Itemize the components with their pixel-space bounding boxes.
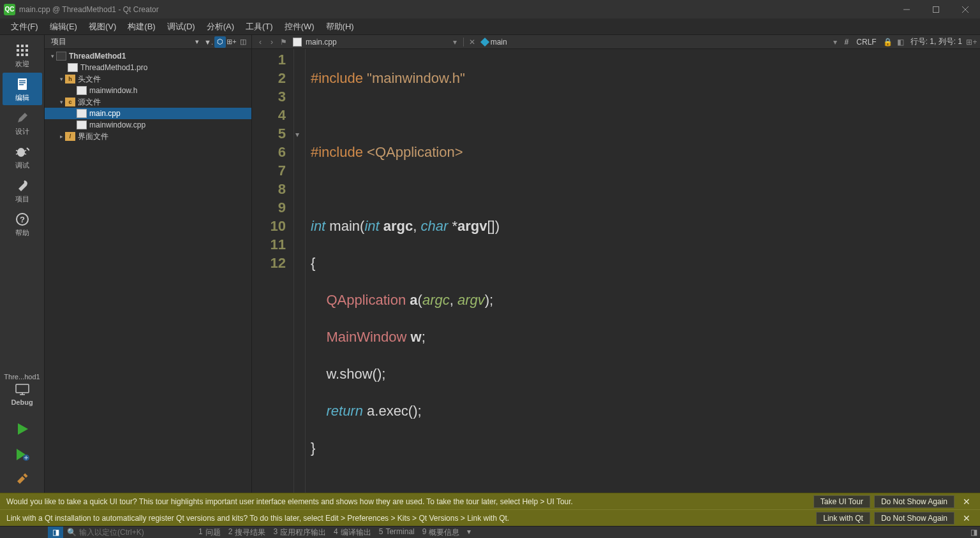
code-token: a.exec(); xyxy=(363,403,422,419)
mode-debug[interactable]: 调试 xyxy=(3,140,42,173)
menu-file[interactable]: 文件(F) xyxy=(5,18,44,34)
close-infobar-button[interactable]: ✕ xyxy=(960,497,974,507)
file-dropdown-icon[interactable]: ▾ xyxy=(449,36,461,48)
menu-view[interactable]: 视图(V) xyxy=(83,18,122,34)
mode-design[interactable]: 设计 xyxy=(3,106,42,139)
locator-input[interactable] xyxy=(79,528,181,537)
app-icon: QC xyxy=(4,4,15,15)
window-title: main.cpp @ ThreadMethod1 - Qt Creator xyxy=(19,5,892,14)
mode-projects[interactable]: 项目 xyxy=(3,174,42,207)
svg-rect-7 xyxy=(17,54,19,56)
tree-file-selected[interactable]: main.cpp xyxy=(45,108,251,119)
fold-column[interactable]: ▾ xyxy=(294,49,306,493)
add-split-icon[interactable]: ⊞+ xyxy=(966,36,977,48)
take-tour-button[interactable]: Take UI Tour xyxy=(813,495,870,508)
tree-sources-folder[interactable]: ▾c源文件 xyxy=(45,96,251,108)
title-bar: QC main.cpp @ ThreadMethod1 - Qt Creator xyxy=(0,0,980,18)
tree-label: ThreadMethod1 xyxy=(69,52,126,61)
menu-build[interactable]: 构建(B) xyxy=(122,18,161,34)
menu-tools[interactable]: 工具(T) xyxy=(240,18,279,34)
mode-label: 欢迎 xyxy=(15,59,29,69)
pane-appout[interactable]: 3应用程序输出 xyxy=(273,527,326,538)
build-config-label: Debug xyxy=(1,398,43,406)
pane-general[interactable]: 9概要信息 xyxy=(422,527,460,538)
menu-analyze[interactable]: 分析(A) xyxy=(201,18,240,34)
pane-terminal[interactable]: 5Terminal xyxy=(379,527,415,538)
build-button[interactable] xyxy=(12,470,33,490)
split-icon[interactable]: ◧ xyxy=(895,36,907,48)
line-number-gutter[interactable]: 123456789101112 xyxy=(252,49,294,493)
minimize-button[interactable] xyxy=(892,0,921,18)
mode-welcome[interactable]: 欢迎 xyxy=(3,39,42,71)
dismiss-link-button[interactable]: Do Not Show Again xyxy=(874,512,954,525)
search-icon: 🔍 xyxy=(67,528,77,537)
tree-pro-file[interactable]: ThreadMethod1.pro xyxy=(45,62,251,73)
close-doc-button[interactable]: ✕ xyxy=(466,36,478,48)
close-button[interactable] xyxy=(951,0,980,18)
menu-edit[interactable]: 编辑(E) xyxy=(44,18,83,34)
svg-rect-4 xyxy=(17,49,19,52)
close-infobar-button[interactable]: ✕ xyxy=(960,513,974,523)
tree-root[interactable]: ▾ThreadMethod1 xyxy=(45,50,251,62)
add-split-icon[interactable]: ⊞+ xyxy=(226,36,237,48)
lock-icon[interactable]: 🔒 xyxy=(880,38,895,47)
infobar-ui-tour: Would you like to take a quick UI tour? … xyxy=(0,493,980,509)
tree-file[interactable]: mainwindow.cpp xyxy=(45,119,251,131)
pane-issues[interactable]: 1问题 xyxy=(198,527,221,538)
infobar-message: Would you like to take a quick UI tour? … xyxy=(6,497,810,506)
tree-label: 界面文件 xyxy=(78,131,108,142)
open-file-selector[interactable]: main.cpp xyxy=(289,38,341,47)
run-button[interactable] xyxy=(12,419,33,439)
mode-edit[interactable]: 编辑 xyxy=(3,73,42,105)
dismiss-tour-button[interactable]: Do Not Show Again xyxy=(874,495,954,508)
symbol-dropdown-icon[interactable]: ▾ xyxy=(829,36,841,48)
tree-forms-folder[interactable]: ▸/界面文件 xyxy=(45,131,251,142)
menu-debug[interactable]: 调试(D) xyxy=(161,18,201,34)
code-editor[interactable]: 123456789101112 ▾ #include "mainwindow.h… xyxy=(252,49,980,493)
fold-marker-icon[interactable]: ▾ xyxy=(295,126,299,144)
line-ending-label[interactable]: CRLF xyxy=(852,38,880,47)
link-qt-button[interactable]: Link with Qt xyxy=(816,512,870,525)
open-file-name: main.cpp xyxy=(306,38,337,47)
nav-forward-button[interactable]: › xyxy=(266,36,278,48)
mode-label: 设计 xyxy=(15,127,29,136)
filter-icon[interactable]: ▼. xyxy=(203,36,214,48)
tree-label: main.cpp xyxy=(89,109,121,118)
code-token: ; xyxy=(422,329,426,345)
separator xyxy=(463,38,464,47)
locator[interactable]: 🔍 xyxy=(63,528,191,537)
tree-headers-folder[interactable]: ▾h头文件 xyxy=(45,73,251,85)
link-icon[interactable]: ⬡ xyxy=(214,36,226,48)
mode-help[interactable]: ? 帮助 xyxy=(3,208,42,240)
editor-area: ‹ › ⚑ main.cpp ▾ ✕ main ▾ # CRLF 🔒 ◧ 行号:… xyxy=(252,35,980,493)
toggle-sidebar-button[interactable]: ◨ xyxy=(48,527,63,539)
svg-point-14 xyxy=(17,148,25,157)
pane-search[interactable]: 2搜寻结果 xyxy=(228,527,266,538)
mode-label: 编辑 xyxy=(15,93,29,103)
pane-compile[interactable]: 4编译输出 xyxy=(334,527,371,538)
editor-toolbar: ‹ › ⚑ main.cpp ▾ ✕ main ▾ # CRLF 🔒 ◧ 行号:… xyxy=(252,35,980,49)
svg-rect-8 xyxy=(21,54,24,56)
menu-widgets[interactable]: 控件(W) xyxy=(279,18,320,34)
menu-help[interactable]: 帮助(H) xyxy=(320,18,360,34)
nav-back-button[interactable]: ‹ xyxy=(255,36,266,48)
kit-selector[interactable]: Thre...hod1 Debug xyxy=(0,370,44,416)
tree-file[interactable]: mainwindow.h xyxy=(45,85,251,96)
code-token: return xyxy=(326,403,362,419)
dropdown-icon[interactable]: ▾ xyxy=(191,36,203,48)
symbol-selector[interactable]: main xyxy=(478,38,511,47)
maximize-button[interactable] xyxy=(921,0,951,18)
help-icon: ? xyxy=(15,212,30,227)
project-tree[interactable]: ▾ThreadMethod1 ThreadMethod1.pro ▾h头文件 m… xyxy=(45,49,251,493)
mode-bar: 欢迎 编辑 设计 调试 项目 ? 帮助 Thre...hod1 Debug xyxy=(0,35,45,493)
code-token: []) xyxy=(487,218,500,234)
pane-dropdown-icon[interactable]: ▾ xyxy=(467,527,471,538)
run-debug-button[interactable] xyxy=(12,444,33,465)
bookmark-icon[interactable]: ⚑ xyxy=(278,36,289,48)
code-token: argv xyxy=(457,292,485,308)
layout-icon[interactable]: ◫ xyxy=(237,36,249,48)
code-content[interactable]: #include "mainwindow.h" #include <QAppli… xyxy=(306,49,980,493)
code-token: "mainwindow.h" xyxy=(367,70,465,86)
toggle-right-sidebar-button[interactable]: ◨ xyxy=(967,528,980,537)
tree-label: mainwindow.cpp xyxy=(89,120,145,129)
